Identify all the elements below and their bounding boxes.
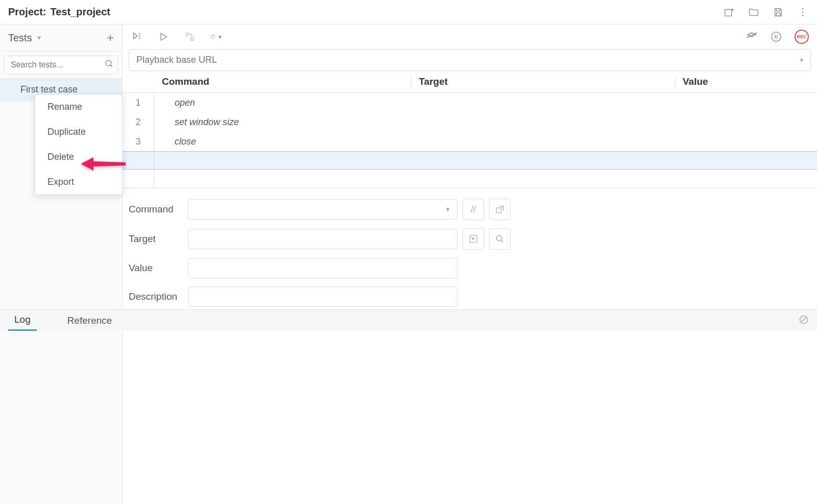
- url-input[interactable]: [129, 49, 811, 71]
- disable-breakpoints-icon[interactable]: [746, 31, 758, 43]
- svg-point-7: [802, 15, 804, 16]
- svg-rect-0: [725, 9, 732, 16]
- project-label: Project:: [8, 6, 46, 18]
- chevron-down-icon: ▼: [36, 34, 42, 41]
- svg-rect-4: [776, 12, 780, 15]
- open-new-window-button[interactable]: [489, 199, 511, 220]
- tests-dropdown[interactable]: Tests ▼: [8, 32, 42, 44]
- table-row[interactable]: 1 open: [123, 93, 817, 112]
- selected-empty-row[interactable]: [123, 151, 817, 170]
- context-export[interactable]: Export: [35, 170, 122, 195]
- add-test-button[interactable]: +: [107, 31, 114, 45]
- speed-icon[interactable]: ▼: [210, 31, 223, 43]
- url-bar: ▼: [129, 49, 811, 71]
- empty-area: [123, 170, 817, 188]
- svg-marker-14: [161, 33, 167, 40]
- value-input[interactable]: [188, 258, 458, 278]
- value-label: Value: [129, 262, 188, 274]
- svg-line-9: [110, 65, 112, 67]
- context-duplicate[interactable]: Duplicate: [35, 119, 122, 145]
- svg-rect-16: [191, 38, 194, 41]
- bottom-tabs: Log Reference: [0, 309, 817, 331]
- header-value: Value: [675, 76, 817, 87]
- step-icon[interactable]: [184, 31, 196, 43]
- tests-label: Tests: [8, 32, 32, 44]
- open-folder-icon[interactable]: [748, 6, 760, 18]
- table-header: Command Target Value: [123, 71, 817, 93]
- project-name: Test_project: [50, 6, 110, 18]
- chevron-down-icon: ▼: [445, 206, 451, 213]
- svg-point-21: [772, 32, 781, 41]
- new-project-icon[interactable]: [723, 6, 735, 18]
- search-wrap: [0, 52, 122, 78]
- save-icon[interactable]: [772, 6, 784, 18]
- svg-point-5: [802, 8, 804, 10]
- project-title: Project: Test_project: [8, 6, 110, 18]
- table-row[interactable]: 2 set window size: [123, 112, 817, 132]
- row-number: 3: [123, 132, 154, 151]
- search-input[interactable]: [4, 56, 118, 74]
- more-menu-icon[interactable]: [797, 6, 809, 18]
- header-target: Target: [411, 76, 675, 87]
- svg-point-26: [496, 235, 502, 241]
- toggle-comment-button[interactable]: //: [463, 199, 484, 220]
- svg-point-8: [106, 60, 111, 66]
- target-input[interactable]: [188, 229, 458, 249]
- context-menu: Rename Duplicate Delete Export: [35, 94, 123, 195]
- command-table: Command Target Value 1 open 2 set window…: [123, 71, 817, 188]
- header-actions: [723, 6, 809, 18]
- svg-point-6: [802, 11, 804, 13]
- svg-line-27: [501, 240, 503, 242]
- select-target-button[interactable]: [463, 228, 484, 250]
- row-command: open: [154, 98, 411, 108]
- context-delete[interactable]: Delete: [35, 145, 122, 170]
- find-target-button[interactable]: [489, 228, 511, 250]
- run-all-icon[interactable]: [131, 31, 143, 43]
- context-rename[interactable]: Rename: [35, 94, 122, 119]
- content-area: ▼ REC ▼ Command Target Value: [123, 25, 817, 504]
- target-label: Target: [129, 233, 188, 245]
- description-input[interactable]: [188, 286, 458, 307]
- svg-rect-3: [776, 8, 780, 11]
- run-icon[interactable]: [157, 31, 170, 43]
- svg-marker-10: [134, 33, 137, 39]
- svg-rect-15: [186, 33, 189, 36]
- row-command: set window size: [154, 117, 411, 128]
- sidebar-header: Tests ▼ +: [0, 25, 122, 52]
- tab-log[interactable]: Log: [8, 310, 37, 331]
- tab-reference[interactable]: Reference: [61, 310, 118, 331]
- table-row[interactable]: 3 close: [123, 132, 817, 151]
- svg-line-29: [801, 317, 806, 322]
- record-button[interactable]: REC: [795, 30, 809, 44]
- toolbar: ▼ REC: [123, 25, 817, 49]
- row-command: close: [154, 136, 411, 147]
- pause-icon[interactable]: [770, 31, 782, 43]
- header-command: Command: [154, 76, 411, 87]
- row-number: 1: [123, 93, 154, 112]
- command-label: Command: [129, 204, 188, 215]
- chevron-down-icon[interactable]: ▼: [799, 57, 805, 64]
- command-select[interactable]: ▼: [188, 199, 458, 220]
- search-icon[interactable]: [105, 59, 114, 70]
- clear-log-icon[interactable]: [799, 315, 809, 327]
- row-number: 2: [123, 112, 154, 132]
- app-header: Project: Test_project: [0, 0, 817, 25]
- description-label: Description: [129, 291, 188, 302]
- command-form: Command ▼ // Target Val: [123, 188, 817, 325]
